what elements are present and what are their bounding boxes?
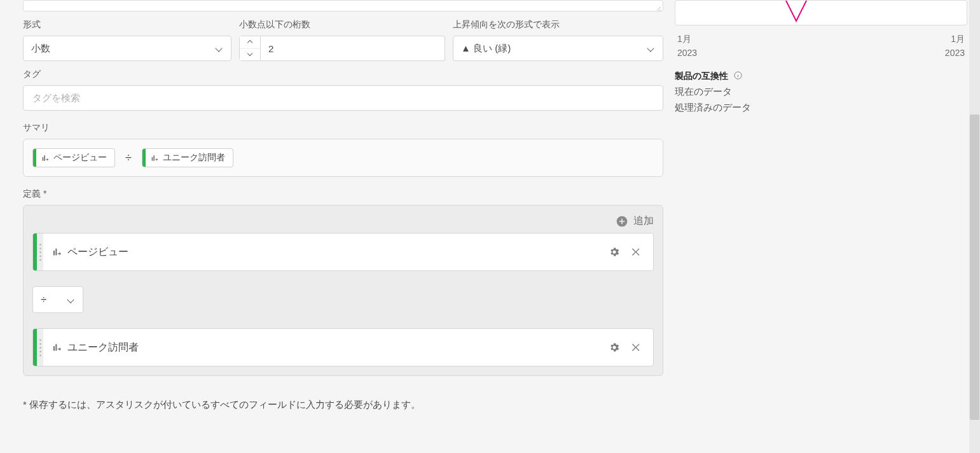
metric-icon — [151, 154, 159, 162]
decimal-places-label: 小数点以下の桁数 — [239, 19, 445, 31]
format-select-value: 小数 — [31, 43, 50, 55]
info-icon[interactable] — [733, 71, 743, 80]
plus-circle-icon[interactable] — [616, 215, 628, 228]
chip-label: ユニーク訪問者 — [163, 152, 225, 164]
trend-label: 上昇傾向を次の形式で表示 — [453, 19, 663, 31]
compat-title: 製品の互換性 — [675, 71, 728, 81]
chevron-down-icon — [66, 295, 75, 304]
summary-box: ページビュー ÷ ユニーク訪問者 — [23, 139, 663, 177]
decimal-places-stepper[interactable]: 2 — [239, 36, 445, 61]
operator-select[interactable]: ÷ — [32, 286, 83, 313]
definition-row-pageviews[interactable]: ページビュー — [32, 233, 654, 271]
caret-up-icon — [247, 40, 253, 44]
resize-handle-icon[interactable] — [655, 4, 661, 11]
summary-chip-pageviews[interactable]: ページビュー — [32, 148, 115, 167]
compat-heading: 製品の互換性 — [675, 71, 967, 82]
trend-select[interactable]: ▲ 良い (緑) — [453, 36, 663, 61]
scrollbar-thumb[interactable] — [970, 115, 979, 420]
decimal-places-value[interactable]: 2 — [261, 36, 445, 61]
stepper-down-button[interactable] — [240, 49, 260, 61]
summary-chip-unique-visitors[interactable]: ユニーク訪問者 — [142, 148, 233, 167]
metric-icon — [41, 154, 50, 162]
vertical-scrollbar[interactable] — [969, 0, 980, 453]
chart-axis-years: 2023 2023 — [675, 46, 967, 60]
chart-axis-labels: 1月 1月 — [675, 32, 967, 46]
chip-label: ページビュー — [53, 152, 107, 164]
tag-placeholder: タグを検索 — [32, 92, 80, 104]
description-textarea[interactable] — [23, 0, 663, 11]
metric-icon — [52, 247, 62, 257]
definition-row-label: ユニーク訪問者 — [67, 341, 139, 354]
chart-spike-icon — [783, 0, 822, 25]
definition-row-label: ページビュー — [67, 246, 128, 259]
format-label: 形式 — [23, 19, 231, 31]
preview-chart — [675, 0, 967, 25]
definition-label: 定義 * — [23, 188, 663, 200]
tag-search-input[interactable]: タグを検索 — [23, 85, 663, 111]
close-icon[interactable] — [630, 246, 642, 258]
chevron-down-icon — [214, 44, 223, 53]
definition-row-unique-visitors[interactable]: ユニーク訪問者 — [32, 328, 654, 366]
axis-left-month: 1月 — [677, 32, 691, 46]
trend-select-value: ▲ 良い (緑) — [461, 43, 511, 55]
required-footnote: * 保存するには、アスタリスクが付いているすべてのフィールドに入力する必要があり… — [23, 399, 663, 411]
drag-handle-icon[interactable] — [37, 233, 43, 270]
tags-label: タグ — [23, 69, 663, 80]
drag-handle-icon[interactable] — [37, 329, 43, 366]
compat-line-processed: 処理済みのデータ — [675, 102, 967, 114]
definition-box: 追加 ページビュー — [23, 205, 663, 376]
add-button-label[interactable]: 追加 — [633, 214, 654, 228]
axis-left-year: 2023 — [677, 46, 697, 60]
gear-icon[interactable] — [609, 246, 620, 258]
operator-value: ÷ — [41, 293, 46, 306]
close-icon[interactable] — [630, 342, 642, 353]
axis-right-year: 2023 — [945, 46, 965, 60]
compat-line-current: 現在のデータ — [675, 86, 967, 98]
chevron-down-icon — [646, 44, 655, 53]
summary-label: サマリ — [23, 122, 663, 134]
axis-right-month: 1月 — [951, 32, 965, 46]
stepper-up-button[interactable] — [240, 36, 260, 48]
metric-icon — [52, 342, 62, 352]
gear-icon[interactable] — [609, 342, 620, 353]
summary-operator: ÷ — [124, 151, 133, 165]
caret-down-icon — [247, 53, 253, 57]
format-select[interactable]: 小数 — [23, 36, 231, 61]
